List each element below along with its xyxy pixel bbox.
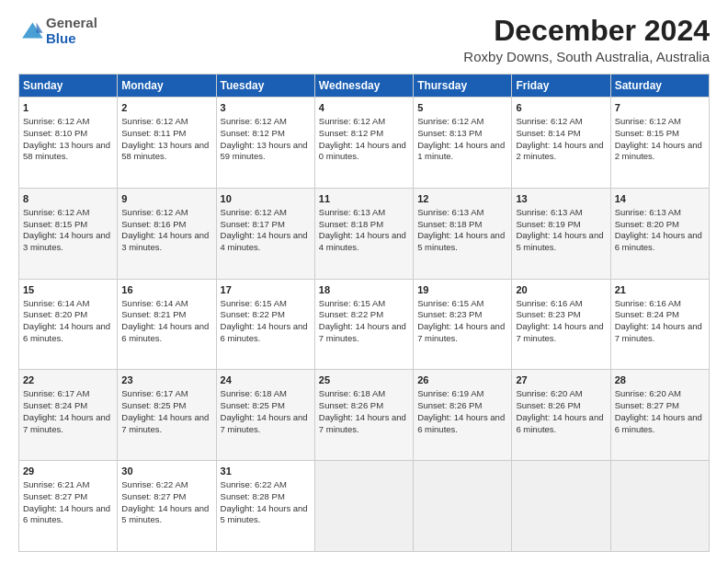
sunset-text: Sunset: 8:25 PM <box>221 400 285 410</box>
sunset-text: Sunset: 8:24 PM <box>615 309 679 319</box>
calendar-header-sunday: Sunday <box>19 75 118 98</box>
day-number: 5 <box>417 101 507 115</box>
calendar-cell: 2Sunrise: 6:12 AMSunset: 8:11 PMDaylight… <box>118 98 216 189</box>
day-number: 6 <box>516 101 606 115</box>
calendar-cell: 19Sunrise: 6:15 AMSunset: 8:23 PMDayligh… <box>414 279 512 370</box>
calendar-cell: 15Sunrise: 6:14 AMSunset: 8:20 PMDayligh… <box>19 279 118 370</box>
daylight-text: Daylight: 14 hours and 7 minutes. <box>319 321 406 343</box>
calendar-cell: 29Sunrise: 6:21 AMSunset: 8:27 PMDayligh… <box>19 461 118 552</box>
daylight-text: Daylight: 14 hours and 7 minutes. <box>516 321 603 343</box>
sunset-text: Sunset: 8:27 PM <box>615 400 679 410</box>
day-number: 26 <box>417 373 507 387</box>
daylight-text: Daylight: 14 hours and 5 minutes. <box>221 503 308 525</box>
calendar-cell: 11Sunrise: 6:13 AMSunset: 8:18 PMDayligh… <box>314 188 413 279</box>
subtitle: Roxby Downs, South Australia, Australia <box>463 49 710 64</box>
calendar-week-row: 8Sunrise: 6:12 AMSunset: 8:15 PMDaylight… <box>19 188 710 279</box>
sunset-text: Sunset: 8:12 PM <box>221 128 285 138</box>
day-number: 17 <box>221 283 311 297</box>
calendar-cell: 8Sunrise: 6:12 AMSunset: 8:15 PMDaylight… <box>19 188 118 279</box>
sunset-text: Sunset: 8:12 PM <box>319 128 383 138</box>
sunrise-text: Sunrise: 6:19 AM <box>417 388 483 398</box>
calendar-week-row: 15Sunrise: 6:14 AMSunset: 8:20 PMDayligh… <box>19 279 710 370</box>
calendar-cell: 3Sunrise: 6:12 AMSunset: 8:12 PMDaylight… <box>216 98 314 189</box>
sunrise-text: Sunrise: 6:14 AM <box>23 298 89 308</box>
daylight-text: Daylight: 14 hours and 7 minutes. <box>23 412 110 434</box>
daylight-text: Daylight: 14 hours and 7 minutes. <box>121 412 209 434</box>
day-number: 19 <box>417 283 507 297</box>
sunrise-text: Sunrise: 6:13 AM <box>615 207 681 217</box>
calendar-cell: 14Sunrise: 6:13 AMSunset: 8:20 PMDayligh… <box>610 188 709 279</box>
sunset-text: Sunset: 8:23 PM <box>417 309 482 319</box>
sunrise-text: Sunrise: 6:17 AM <box>23 388 89 398</box>
main-title: December 2024 <box>463 15 710 47</box>
sunrise-text: Sunrise: 6:13 AM <box>319 207 385 217</box>
sunset-text: Sunset: 8:20 PM <box>23 309 87 319</box>
sunset-text: Sunset: 8:17 PM <box>221 219 285 229</box>
sunrise-text: Sunrise: 6:17 AM <box>121 388 188 398</box>
day-number: 12 <box>417 192 507 206</box>
day-number: 7 <box>615 101 705 115</box>
calendar-week-row: 22Sunrise: 6:17 AMSunset: 8:24 PMDayligh… <box>19 370 710 461</box>
calendar-header-wednesday: Wednesday <box>314 75 413 98</box>
daylight-text: Daylight: 14 hours and 7 minutes. <box>221 412 308 434</box>
logo-icon <box>18 17 44 43</box>
calendar-cell: 10Sunrise: 6:12 AMSunset: 8:17 PMDayligh… <box>216 188 314 279</box>
sunset-text: Sunset: 8:10 PM <box>23 128 87 138</box>
calendar-cell: 18Sunrise: 6:15 AMSunset: 8:22 PMDayligh… <box>314 279 413 370</box>
day-number: 11 <box>319 192 409 206</box>
sunset-text: Sunset: 8:18 PM <box>417 219 482 229</box>
daylight-text: Daylight: 14 hours and 4 minutes. <box>319 230 406 252</box>
day-number: 8 <box>23 192 113 206</box>
calendar-cell: 28Sunrise: 6:20 AMSunset: 8:27 PMDayligh… <box>610 370 709 461</box>
sunrise-text: Sunrise: 6:18 AM <box>221 388 287 398</box>
calendar-cell: 24Sunrise: 6:18 AMSunset: 8:25 PMDayligh… <box>216 370 314 461</box>
sunrise-text: Sunrise: 6:20 AM <box>615 388 681 398</box>
sunrise-text: Sunrise: 6:15 AM <box>417 298 483 308</box>
calendar-cell: 17Sunrise: 6:15 AMSunset: 8:22 PMDayligh… <box>216 279 314 370</box>
header: General Blue December 2024 Roxby Downs, … <box>18 15 710 64</box>
calendar-cell: 9Sunrise: 6:12 AMSunset: 8:16 PMDaylight… <box>118 188 216 279</box>
sunset-text: Sunset: 8:22 PM <box>221 309 285 319</box>
daylight-text: Daylight: 14 hours and 3 minutes. <box>121 230 209 252</box>
daylight-text: Daylight: 14 hours and 6 minutes. <box>121 321 209 343</box>
sunset-text: Sunset: 8:19 PM <box>516 219 580 229</box>
calendar-cell: 30Sunrise: 6:22 AMSunset: 8:27 PMDayligh… <box>118 461 216 552</box>
sunrise-text: Sunrise: 6:13 AM <box>516 207 582 217</box>
day-number: 28 <box>615 373 705 387</box>
sunrise-text: Sunrise: 6:20 AM <box>516 388 582 398</box>
calendar-cell: 1Sunrise: 6:12 AMSunset: 8:10 PMDaylight… <box>19 98 118 189</box>
daylight-text: Daylight: 14 hours and 6 minutes. <box>23 321 110 343</box>
daylight-text: Daylight: 14 hours and 6 minutes. <box>615 412 702 434</box>
day-number: 30 <box>121 465 211 478</box>
calendar-cell: 6Sunrise: 6:12 AMSunset: 8:14 PMDaylight… <box>512 98 610 189</box>
sunrise-text: Sunrise: 6:16 AM <box>615 298 681 308</box>
calendar-header-thursday: Thursday <box>414 75 512 98</box>
calendar-cell: 13Sunrise: 6:13 AMSunset: 8:19 PMDayligh… <box>512 188 610 279</box>
day-number: 13 <box>516 192 606 206</box>
sunset-text: Sunset: 8:26 PM <box>319 400 383 410</box>
calendar-header-saturday: Saturday <box>610 75 709 98</box>
day-number: 18 <box>319 283 409 297</box>
daylight-text: Daylight: 14 hours and 6 minutes. <box>221 321 308 343</box>
sunrise-text: Sunrise: 6:12 AM <box>615 116 681 126</box>
calendar-cell <box>610 461 709 552</box>
sunset-text: Sunset: 8:18 PM <box>319 219 383 229</box>
daylight-text: Daylight: 14 hours and 4 minutes. <box>221 230 308 252</box>
sunrise-text: Sunrise: 6:22 AM <box>121 479 188 489</box>
sunset-text: Sunset: 8:14 PM <box>516 128 580 138</box>
daylight-text: Daylight: 14 hours and 2 minutes. <box>516 140 603 162</box>
day-number: 3 <box>221 101 311 115</box>
sunrise-text: Sunrise: 6:12 AM <box>23 116 89 126</box>
day-number: 15 <box>23 283 113 297</box>
calendar-week-row: 1Sunrise: 6:12 AMSunset: 8:10 PMDaylight… <box>19 98 710 189</box>
sunset-text: Sunset: 8:26 PM <box>516 400 580 410</box>
day-number: 4 <box>319 101 409 115</box>
daylight-text: Daylight: 14 hours and 6 minutes. <box>516 412 603 434</box>
daylight-text: Daylight: 14 hours and 7 minutes. <box>417 321 505 343</box>
calendar-header-monday: Monday <box>118 75 216 98</box>
sunrise-text: Sunrise: 6:12 AM <box>221 207 287 217</box>
calendar-week-row: 29Sunrise: 6:21 AMSunset: 8:27 PMDayligh… <box>19 461 710 552</box>
calendar-header-tuesday: Tuesday <box>216 75 314 98</box>
day-number: 29 <box>23 465 113 478</box>
calendar-cell: 25Sunrise: 6:18 AMSunset: 8:26 PMDayligh… <box>314 370 413 461</box>
